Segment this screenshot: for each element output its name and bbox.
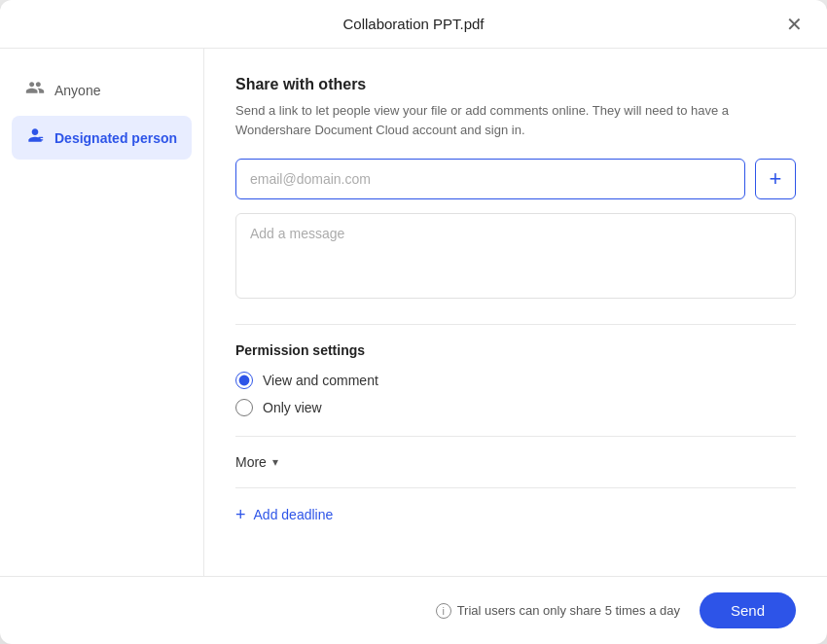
- permission-radio-group: View and comment Only view: [235, 372, 796, 416]
- main-content: Share with others Send a link to let peo…: [204, 49, 827, 576]
- info-icon: i: [436, 603, 451, 619]
- modal-container: Collaboration PPT.pdf ✕ Anyone: [0, 0, 827, 644]
- add-email-button[interactable]: +: [755, 159, 796, 199]
- permission-title: Permission settings: [235, 342, 796, 358]
- divider-1: [235, 324, 796, 325]
- add-deadline-plus-icon: +: [235, 506, 246, 523]
- permission-only-view[interactable]: Only view: [235, 399, 796, 416]
- modal-body: Anyone Designated person Share with othe…: [0, 49, 827, 576]
- sidebar-designated-label: Designated person: [54, 130, 177, 146]
- sidebar: Anyone Designated person: [0, 49, 204, 576]
- divider-2: [235, 436, 796, 437]
- close-button[interactable]: ✕: [780, 11, 808, 38]
- add-deadline-row[interactable]: + Add deadline: [235, 506, 796, 523]
- message-textarea[interactable]: [235, 213, 796, 299]
- more-label: More: [235, 454, 267, 470]
- trial-notice-text: Trial users can only share 5 times a day: [457, 603, 680, 618]
- modal-title: Collaboration PPT.pdf: [342, 16, 484, 32]
- email-row: +: [235, 159, 796, 199]
- svg-rect-0: [38, 137, 43, 138]
- sidebar-item-designated-person[interactable]: Designated person: [12, 116, 192, 160]
- email-input[interactable]: [235, 159, 745, 199]
- modal-footer: i Trial users can only share 5 times a d…: [0, 576, 827, 644]
- modal-header: Collaboration PPT.pdf ✕: [0, 0, 827, 49]
- send-button[interactable]: Send: [700, 592, 796, 628]
- close-icon: ✕: [786, 15, 803, 34]
- add-icon: +: [770, 166, 782, 192]
- more-row[interactable]: More ▾: [235, 450, 796, 474]
- svg-rect-1: [38, 139, 43, 140]
- divider-3: [235, 487, 796, 488]
- radio-view-and-comment[interactable]: [235, 372, 253, 389]
- trial-notice: i Trial users can only share 5 times a d…: [436, 603, 680, 619]
- share-title: Share with others: [235, 76, 796, 93]
- sidebar-item-anyone[interactable]: Anyone: [12, 68, 192, 112]
- add-deadline-label: Add deadline: [254, 507, 334, 522]
- view-and-comment-label: View and comment: [263, 373, 378, 388]
- radio-only-view[interactable]: [235, 399, 253, 416]
- only-view-label: Only view: [263, 400, 322, 415]
- people-icon: [25, 78, 45, 102]
- permission-view-and-comment[interactable]: View and comment: [235, 372, 796, 389]
- share-desc: Send a link to let people view your file…: [235, 101, 796, 139]
- sidebar-anyone-label: Anyone: [54, 83, 100, 98]
- chevron-down-icon: ▾: [272, 455, 278, 469]
- person-badge-icon: [25, 125, 45, 150]
